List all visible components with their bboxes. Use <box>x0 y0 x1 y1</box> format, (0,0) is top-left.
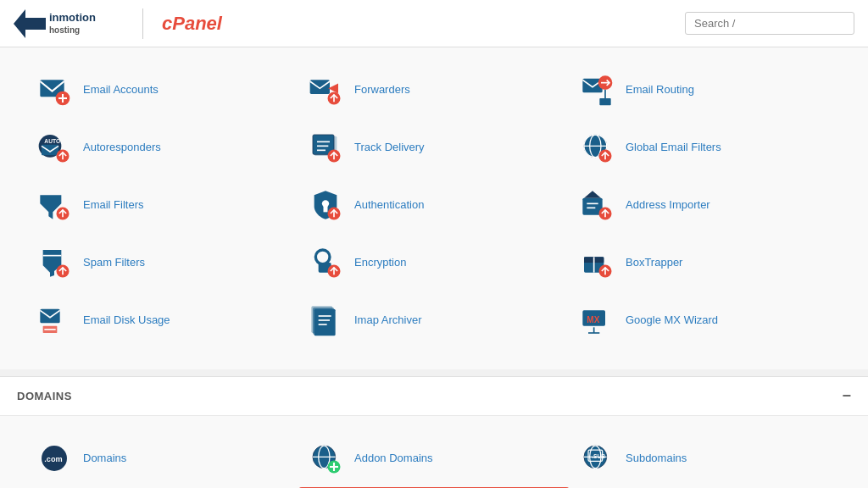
svg-rect-7 <box>310 80 330 94</box>
domains-section-title: DOMAINS <box>17 390 72 402</box>
domains-item-label-addon-domains: Addon Domains <box>354 452 433 466</box>
svg-text:AUTO: AUTO <box>44 138 60 144</box>
email-item-email-routing[interactable]: Email Routing <box>570 61 841 119</box>
boxtrapper-icon <box>576 242 617 283</box>
svg-text:hosting: hosting <box>49 25 80 35</box>
domains-items-grid: .com Domains Addon Domains .SUB Subdomai… <box>14 423 854 488</box>
email-accounts-icon <box>34 69 75 110</box>
logo-area: inmotion hosting cPanel <box>14 8 222 40</box>
main-content: Email Accounts Forwarders Email Routing <box>0 47 868 488</box>
subdomains-icon: .SUB <box>576 438 617 479</box>
email-item-label-forwarders: Forwarders <box>354 83 410 97</box>
svg-text:inmotion: inmotion <box>49 11 96 24</box>
imap-archiver-icon <box>305 300 346 341</box>
spam-filters-icon <box>34 242 75 283</box>
global-email-filters-icon <box>576 127 617 168</box>
email-item-label-boxtrapper: BoxTrapper <box>626 256 682 270</box>
domains-item-domains[interactable]: .com Domains <box>27 430 298 487</box>
email-item-authentication[interactable]: Authentication <box>298 176 570 234</box>
email-item-email-disk-usage[interactable]: Email Disk Usage <box>27 291 298 349</box>
svg-rect-15 <box>599 98 610 105</box>
email-item-forwarders[interactable]: Forwarders <box>298 61 570 119</box>
svg-text:.com: .com <box>44 455 62 463</box>
forwarders-icon <box>305 69 346 110</box>
address-importer-icon <box>576 185 617 225</box>
domains-section: .com Domains Addon Domains .SUB Subdomai… <box>0 416 868 488</box>
email-item-address-importer[interactable]: Address Importer <box>570 176 841 234</box>
email-disk-usage-icon <box>34 300 75 341</box>
header: inmotion hosting cPanel <box>0 0 868 47</box>
email-item-boxtrapper[interactable]: BoxTrapper <box>570 234 841 291</box>
domains-item-subdomains[interactable]: .SUB Subdomains <box>570 430 841 487</box>
email-item-google-mx-wizard[interactable]: MX Google MX Wizard <box>570 291 841 349</box>
email-item-label-google-mx-wizard: Google MX Wizard <box>626 313 718 328</box>
track-delivery-icon <box>305 127 346 168</box>
encryption-icon <box>305 242 346 283</box>
email-item-imap-archiver[interactable]: Imap Archiver <box>298 291 570 349</box>
domains-item-addon-domains[interactable]: Addon Domains <box>298 430 570 487</box>
email-item-label-global-email-filters: Global Email Filters <box>626 141 721 155</box>
svg-text:.SUB: .SUB <box>592 453 605 459</box>
email-item-label-authentication: Authentication <box>354 198 424 213</box>
svg-marker-8 <box>328 84 338 94</box>
email-item-label-address-importer: Address Importer <box>626 198 710 213</box>
svg-rect-64 <box>314 309 336 336</box>
authentication-icon <box>305 185 346 225</box>
svg-point-37 <box>322 200 329 207</box>
google-mx-wizard-icon: MX <box>576 300 617 341</box>
svg-marker-0 <box>14 9 46 38</box>
email-item-label-imap-archiver: Imap Archiver <box>354 313 421 328</box>
svg-text:MX: MX <box>587 315 599 324</box>
email-item-email-filters[interactable]: Email Filters <box>27 176 298 234</box>
svg-marker-42 <box>584 191 601 197</box>
inmotion-logo: inmotion hosting <box>14 8 124 40</box>
domains-section-header: DOMAINS − <box>0 376 868 416</box>
email-section: Email Accounts Forwarders Email Routing <box>0 47 868 369</box>
email-item-label-autoresponders: Autoresponders <box>83 141 161 155</box>
email-item-label-email-routing: Email Routing <box>626 83 694 97</box>
svg-rect-18 <box>42 145 58 156</box>
email-item-label-email-filters: Email Filters <box>83 198 144 213</box>
email-item-label-email-disk-usage: Email Disk Usage <box>83 313 170 328</box>
domains-icon: .com <box>34 438 75 479</box>
search-input[interactable] <box>685 12 854 35</box>
email-item-spam-filters[interactable]: Spam Filters <box>27 234 298 291</box>
email-item-track-delivery[interactable]: Track Delivery <box>298 119 570 176</box>
svg-rect-38 <box>324 207 328 213</box>
email-items-grid: Email Accounts Forwarders Email Routing <box>14 54 854 363</box>
domains-collapse-button[interactable]: − <box>842 387 851 405</box>
svg-point-50 <box>315 250 330 264</box>
email-routing-icon <box>576 69 617 110</box>
addon-domains-icon <box>305 438 346 479</box>
email-filters-icon <box>34 185 75 225</box>
email-item-label-encryption: Encryption <box>354 256 406 270</box>
svg-rect-59 <box>40 309 59 324</box>
domains-item-label-subdomains: Subdomains <box>626 452 687 466</box>
logo-divider <box>142 8 143 39</box>
email-item-encryption[interactable]: Encryption <box>298 234 570 291</box>
email-item-label-email-accounts: Email Accounts <box>83 83 159 97</box>
email-item-label-spam-filters: Spam Filters <box>83 256 145 270</box>
email-item-global-email-filters[interactable]: Global Email Filters <box>570 119 841 176</box>
domains-item-label-domains: Domains <box>83 452 126 466</box>
cpanel-logo: cPanel <box>162 13 222 35</box>
autoresponders-icon: AUTO <box>34 127 75 168</box>
email-item-email-accounts[interactable]: Email Accounts <box>27 61 298 119</box>
email-item-label-track-delivery: Track Delivery <box>354 141 425 155</box>
inmotion-logo-svg: inmotion hosting <box>14 8 124 40</box>
email-item-autoresponders[interactable]: AUTO Autoresponders <box>27 119 298 176</box>
